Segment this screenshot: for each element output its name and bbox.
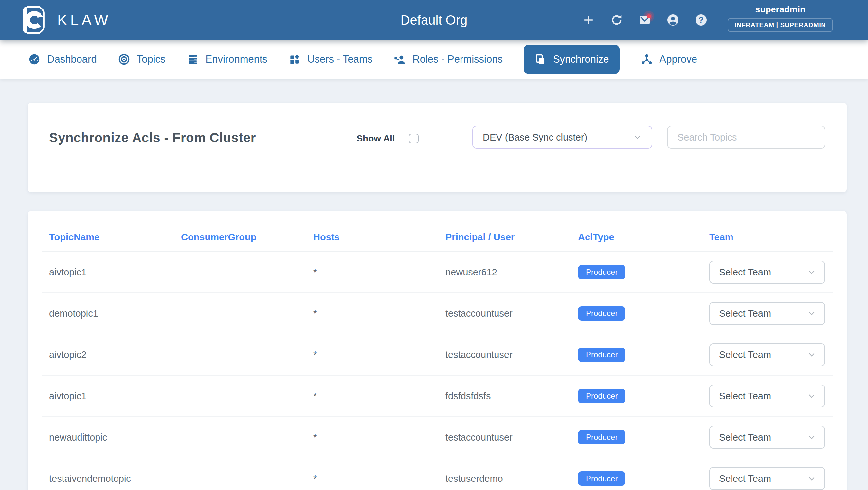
nav-item-label: Approve <box>659 53 697 65</box>
app-header: KLAW Default Org ? superadmin INFRATEAM … <box>0 0 868 40</box>
cell-topic-name: newaudittopic <box>49 432 181 443</box>
team-role-badge: INFRATEAM | SUPERADMIN <box>727 18 833 32</box>
user-icon[interactable] <box>666 13 680 27</box>
cell-principal: testaccountuser <box>445 349 578 360</box>
cell-acl-type: Producer <box>578 430 709 444</box>
nav-item-synchronize[interactable]: Synchronize <box>524 45 620 74</box>
filters-card: Synchronize Acls - From Cluster Show All… <box>28 103 847 192</box>
chevron-down-icon <box>807 391 816 401</box>
team-select-value: Select Team <box>719 308 771 319</box>
cell-topic-name: aivtopic2 <box>49 349 181 360</box>
cell-principal: testuserdemo <box>445 473 578 484</box>
team-select-value: Select Team <box>719 432 771 443</box>
show-all-label: Show All <box>356 133 395 144</box>
cell-acl-type: Producer <box>578 471 709 486</box>
chevron-down-icon <box>633 133 642 142</box>
team-select-value: Select Team <box>719 391 771 402</box>
nav-item-label: Users - Teams <box>307 53 372 65</box>
acl-type-badge: Producer <box>578 389 625 403</box>
cell-principal: fdsfdsfdsfs <box>445 391 578 402</box>
cell-acl-type: Producer <box>578 265 709 279</box>
acl-type-badge: Producer <box>578 265 625 279</box>
chevron-down-icon <box>807 473 816 484</box>
dashboard-icon <box>28 53 40 65</box>
table-header-row: TopicNameConsumerGroupHostsPrincipal / U… <box>41 211 833 252</box>
nav-item-label: Dashboard <box>47 53 97 65</box>
nav-item-roles-permissions[interactable]: Roles - Permissions <box>394 53 503 65</box>
cell-hosts: * <box>313 432 445 443</box>
cell-hosts: * <box>313 473 445 484</box>
user-info: superadmin INFRATEAM | SUPERADMIN <box>712 5 849 32</box>
cell-team: Select Team <box>709 261 833 284</box>
approve-icon <box>641 53 653 65</box>
plus-icon[interactable] <box>582 13 595 27</box>
cell-team: Select Team <box>709 467 833 490</box>
team-select[interactable]: Select Team <box>709 343 825 366</box>
cell-hosts: * <box>313 267 445 278</box>
table-row: aivtopic1*newuser612ProducerSelect Team <box>41 252 833 293</box>
team-select[interactable]: Select Team <box>709 384 825 407</box>
org-title: Default Org <box>401 13 468 28</box>
brand-name: KLAW <box>57 11 111 29</box>
column-header-topicname: TopicName <box>49 232 181 243</box>
team-select[interactable]: Select Team <box>709 261 825 284</box>
team-select-value: Select Team <box>719 349 771 360</box>
nav-item-label: Roles - Permissions <box>412 53 503 65</box>
mail-icon[interactable] <box>638 13 651 27</box>
chevron-down-icon <box>807 267 816 277</box>
help-icon[interactable]: ? <box>694 13 708 27</box>
cell-hosts: * <box>313 308 445 319</box>
acl-type-badge: Producer <box>578 306 625 321</box>
cell-principal: testaccountuser <box>445 308 578 319</box>
cell-topic-name: aivtopic1 <box>49 267 181 278</box>
column-header-hosts: Hosts <box>313 232 445 243</box>
acl-type-badge: Producer <box>578 348 625 362</box>
cell-acl-type: Producer <box>578 389 709 403</box>
cell-topic-name: demotopic1 <box>49 308 181 319</box>
table-row: testaivendemotopic*testuserdemoProducerS… <box>41 458 833 490</box>
show-all-block: Show All <box>337 123 439 144</box>
chevron-down-icon <box>807 432 816 442</box>
acl-table-card: TopicNameConsumerGroupHostsPrincipal / U… <box>28 211 847 490</box>
column-header-acltype: AclType <box>578 232 709 243</box>
username: superadmin <box>712 5 849 15</box>
column-header-principal-user: Principal / User <box>445 232 578 243</box>
header-icons: ? <box>582 0 708 40</box>
brand-logo[interactable]: KLAW <box>18 5 111 35</box>
team-select-value: Select Team <box>719 473 771 484</box>
nav-item-dashboard[interactable]: Dashboard <box>28 53 97 65</box>
nav-item-environments[interactable]: Environments <box>187 53 268 65</box>
team-select[interactable]: Select Team <box>709 467 825 490</box>
cell-team: Select Team <box>709 384 833 407</box>
cell-principal: testaccountuser <box>445 432 578 443</box>
cell-hosts: * <box>313 349 445 360</box>
nav-item-label: Synchronize <box>553 53 609 65</box>
nav-item-users-teams[interactable]: Users - Teams <box>288 53 372 65</box>
refresh-icon[interactable] <box>610 13 623 27</box>
cell-acl-type: Producer <box>578 306 709 321</box>
nav-item-label: Topics <box>137 53 165 65</box>
table-row: newaudittopic*testaccountuserProducerSel… <box>41 417 833 458</box>
cell-acl-type: Producer <box>578 348 709 362</box>
nav-item-label: Environments <box>206 53 268 65</box>
cell-team: Select Team <box>709 343 833 366</box>
nav-item-approve[interactable]: Approve <box>641 53 697 65</box>
show-all-checkbox[interactable] <box>409 134 418 143</box>
nav-item-topics[interactable]: Topics <box>118 53 165 65</box>
roles-permissions-icon <box>394 53 406 65</box>
table-row: aivtopic2*testaccountuserProducerSelect … <box>41 335 833 376</box>
search-topics-input[interactable] <box>667 126 826 149</box>
team-select[interactable]: Select Team <box>709 302 825 325</box>
synchronize-icon <box>534 53 547 65</box>
cluster-select-value: DEV (Base Sync cluster) <box>483 132 587 143</box>
svg-text:?: ? <box>699 16 703 24</box>
environments-icon <box>187 53 199 65</box>
filters-divider <box>41 116 833 116</box>
team-select-value: Select Team <box>719 267 771 278</box>
cell-principal: newuser612 <box>445 267 578 278</box>
cluster-select[interactable]: DEV (Base Sync cluster) <box>472 126 652 149</box>
topics-icon <box>118 53 130 65</box>
acl-type-badge: Producer <box>578 430 625 444</box>
team-select[interactable]: Select Team <box>709 426 825 449</box>
cell-topic-name: testaivendemotopic <box>49 473 181 484</box>
